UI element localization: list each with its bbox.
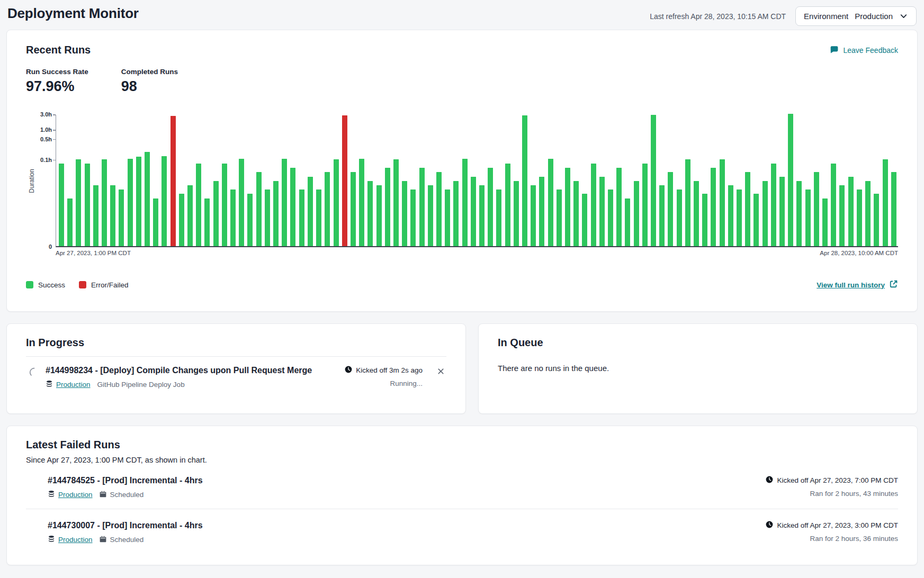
chart-bar-success[interactable] <box>505 164 510 246</box>
chart-bar-success[interactable] <box>745 172 750 246</box>
dismiss-run-button[interactable] <box>435 366 446 378</box>
chart-bar-success[interactable] <box>128 159 133 246</box>
chart-bar-success[interactable] <box>222 164 227 246</box>
chart-bar-success[interactable] <box>865 181 871 246</box>
chart-bar-success[interactable] <box>290 168 295 246</box>
chart-bar-success[interactable] <box>187 185 193 246</box>
chart-bar-success[interactable] <box>85 164 90 246</box>
chart-bar-success[interactable] <box>471 177 476 246</box>
chart-bar-success[interactable] <box>162 156 167 246</box>
chart-bar-success[interactable] <box>531 185 536 246</box>
environment-dropdown[interactable]: Environment Production <box>795 6 917 26</box>
chart-bar-success[interactable] <box>728 185 733 246</box>
chart-bar-success[interactable] <box>891 172 896 246</box>
chart-bar-success[interactable] <box>608 189 613 246</box>
chart-bar-success[interactable] <box>496 189 501 246</box>
chart-bar-success[interactable] <box>136 157 141 246</box>
chart-bar-success[interactable] <box>410 189 416 246</box>
chart-bar-success[interactable] <box>213 181 219 246</box>
chart-bar-success[interactable] <box>779 177 785 246</box>
chart-bar-success[interactable] <box>334 159 339 246</box>
chart-bar-success[interactable] <box>831 164 836 246</box>
chart-bar-success[interactable] <box>230 189 236 246</box>
chart-bar-success[interactable] <box>367 181 373 246</box>
chart-bar-success[interactable] <box>325 172 330 246</box>
leave-feedback-link[interactable]: Leave Feedback <box>830 45 898 56</box>
chart-bar-success[interactable] <box>514 181 519 246</box>
chart-bar-success[interactable] <box>179 194 184 246</box>
chart-bar-success[interactable] <box>462 159 468 246</box>
chart-bar-success[interactable] <box>393 159 399 246</box>
chart-bar-success[interactable] <box>573 181 579 246</box>
chart-bar-success[interactable] <box>102 159 107 246</box>
chart-bar-success[interactable] <box>479 185 485 246</box>
chart-bar-success[interactable] <box>445 189 450 246</box>
chart-bar-success[interactable] <box>402 181 407 246</box>
chart-bar-success[interactable] <box>453 181 459 246</box>
chart-bar-success[interactable] <box>822 198 828 246</box>
chart-bar-success[interactable] <box>239 159 244 246</box>
chart-bar-failed[interactable] <box>171 116 176 246</box>
chart-bar-success[interactable] <box>702 194 707 246</box>
chart-bar-success[interactable] <box>737 189 742 246</box>
chart-bar-success[interactable] <box>419 168 425 246</box>
chart-bar-success[interactable] <box>196 164 201 246</box>
chart-bar-success[interactable] <box>814 172 819 246</box>
chart-bar-success[interactable] <box>316 189 321 246</box>
chart-bar-success[interactable] <box>565 168 570 246</box>
chart-bar-success[interactable] <box>839 185 845 246</box>
chart-bar-success[interactable] <box>282 159 287 246</box>
production-environment-link[interactable]: Production <box>48 535 93 544</box>
chart-bar-success[interactable] <box>76 159 81 246</box>
chart-bar-success[interactable] <box>771 164 776 246</box>
chart-bar-success[interactable] <box>67 198 73 246</box>
chart-bar-success[interactable] <box>805 189 811 246</box>
chart-bar-success[interactable] <box>247 194 253 246</box>
chart-bar-success[interactable] <box>883 159 888 246</box>
chart-bar-success[interactable] <box>788 114 793 246</box>
chart-bar-success[interactable] <box>110 185 115 246</box>
chart-bar-success[interactable] <box>642 164 648 246</box>
chart-bar-success[interactable] <box>145 152 150 246</box>
chart-bar-success[interactable] <box>591 164 596 246</box>
chart-bar-success[interactable] <box>119 189 124 246</box>
chart-bar-success[interactable] <box>59 164 64 246</box>
chart-bar-success[interactable] <box>711 168 716 246</box>
chart-bar-success[interactable] <box>668 172 673 246</box>
chart-bar-success[interactable] <box>428 185 433 246</box>
chart-bar-failed[interactable] <box>342 115 347 246</box>
chart-bar-success[interactable] <box>762 181 768 246</box>
chart-bar-success[interactable] <box>857 189 862 246</box>
chart-bar-success[interactable] <box>436 172 442 246</box>
chart-bar-success[interactable] <box>557 189 562 246</box>
chart-bar-success[interactable] <box>599 177 605 246</box>
chart-bar-success[interactable] <box>153 198 158 246</box>
chart-bar-success[interactable] <box>651 115 656 246</box>
chart-bar-success[interactable] <box>659 185 665 246</box>
chart-bar-success[interactable] <box>256 172 262 246</box>
production-environment-link[interactable]: Production <box>46 380 91 389</box>
chart-bar-success[interactable] <box>93 185 98 246</box>
chart-bar-success[interactable] <box>753 194 759 246</box>
chart-bar-success[interactable] <box>720 159 725 246</box>
chart-bar-success[interactable] <box>694 181 699 246</box>
chart-bar-success[interactable] <box>359 159 364 246</box>
chart-bar-success[interactable] <box>385 168 390 246</box>
chart-bar-success[interactable] <box>308 177 313 246</box>
chart-bar-success[interactable] <box>625 198 630 246</box>
chart-bar-success[interactable] <box>299 189 304 246</box>
chart-bar-success[interactable] <box>539 177 544 246</box>
chart-bar-success[interactable] <box>488 168 493 246</box>
chart-bar-success[interactable] <box>273 181 279 246</box>
chart-bar-success[interactable] <box>265 189 270 246</box>
chart-bar-success[interactable] <box>522 115 527 246</box>
chart-bar-success[interactable] <box>874 194 879 246</box>
chart-bar-success[interactable] <box>351 172 356 246</box>
chart-bar-success[interactable] <box>616 168 622 246</box>
chart-bar-success[interactable] <box>796 181 802 246</box>
chart-bar-success[interactable] <box>582 194 587 246</box>
chart-bar-success[interactable] <box>548 159 553 246</box>
chart-bar-success[interactable] <box>685 159 690 246</box>
chart-bar-success[interactable] <box>677 189 682 246</box>
chart-bar-success[interactable] <box>848 177 854 246</box>
